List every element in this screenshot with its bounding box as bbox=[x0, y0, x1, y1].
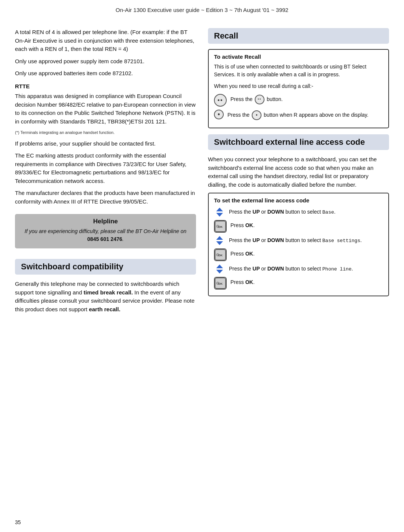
switchboard-compat-band: Switchboard compatibility bbox=[15, 259, 196, 275]
helpline-italic: If you are experiencing difficulty, plea… bbox=[25, 228, 186, 234]
switchboard-external-body: When you connect your telephone to a swi… bbox=[208, 155, 389, 189]
switchboard-compat-para: Generally this telephone may be connecte… bbox=[15, 280, 196, 314]
helpline-text: If you are experiencing difficulty, plea… bbox=[22, 227, 189, 243]
svg-marker-5 bbox=[216, 236, 223, 240]
rtte-heading: RTTE bbox=[15, 82, 196, 91]
rtte-para-1: This apparatus was designed in complianc… bbox=[15, 92, 196, 126]
recall-step1-text: Press the •• button. bbox=[230, 94, 283, 104]
ok-button-icon-2: OK bbox=[214, 248, 227, 261]
set-step-2: OK Press OK. bbox=[214, 220, 383, 233]
recall-body-1: This is of use when connected to switchb… bbox=[214, 63, 383, 79]
recall-body-2: When you need to use recall during a cal… bbox=[214, 82, 383, 90]
set-step-3: Press the UP or DOWN button to select Ba… bbox=[214, 235, 383, 246]
set-step-2-text: Press OK. bbox=[230, 220, 255, 229]
ok-button-icon-1: OK bbox=[214, 220, 227, 233]
recall-step-1: •• Press the •• button. bbox=[214, 94, 383, 107]
rtte-footnote: (*) Terminals integrating an analogue ha… bbox=[15, 129, 196, 136]
svg-marker-10 bbox=[216, 265, 223, 268]
inline-one-dot-icon: • bbox=[252, 110, 261, 120]
set-step-1-text: Press the UP or DOWN button to select Ba… bbox=[229, 207, 336, 216]
left-column: A total REN of 4 is allowed per telephon… bbox=[15, 28, 196, 317]
switchboard-external-band: Switchboard external line access code bbox=[208, 134, 389, 150]
helpline-box: Helpline If you are experiencing difficu… bbox=[15, 214, 196, 248]
intro-para-3: Only use approved batteries item code 87… bbox=[15, 69, 196, 78]
svg-text:OK: OK bbox=[218, 254, 223, 257]
set-step-6-text: Press OK. bbox=[230, 277, 255, 286]
svg-marker-0 bbox=[216, 208, 223, 211]
switchboard-compat-heading: Switchboard compatibility bbox=[21, 262, 123, 271]
set-step-1: Press the UP or DOWN button to select Ba… bbox=[214, 207, 383, 218]
helpline-end: . bbox=[122, 236, 124, 242]
intro-para-1: A total REN of 4 is allowed per telephon… bbox=[15, 28, 196, 53]
one-dot-button-icon: • bbox=[214, 110, 224, 119]
set-external-line-box: To set the external line access code Pre… bbox=[208, 193, 389, 296]
arrow-updown-icon-1 bbox=[214, 207, 225, 218]
set-step-5: Press the UP or DOWN button to select Ph… bbox=[214, 263, 383, 275]
set-step-4: OK Press OK. bbox=[214, 248, 383, 261]
set-step-5-text: Press the UP or DOWN button to select Ph… bbox=[229, 263, 353, 273]
helpline-phone: 0845 601 2476 bbox=[87, 236, 122, 242]
intro-para-2: Only use approved power supply item code… bbox=[15, 57, 196, 66]
inline-two-dot-icon: •• bbox=[255, 95, 264, 104]
recall-band: Recall bbox=[208, 28, 389, 44]
page-header: On-Air 1300 Executive user guide ~ Editi… bbox=[0, 0, 404, 17]
recall-box: To activate Recall This is of use when c… bbox=[208, 49, 389, 128]
page-number: 35 bbox=[15, 519, 21, 525]
header-title: On-Air 1300 Executive user guide ~ Editi… bbox=[116, 7, 288, 13]
two-dot-button-icon: •• bbox=[214, 94, 227, 107]
svg-marker-6 bbox=[216, 241, 223, 245]
svg-marker-11 bbox=[216, 270, 223, 273]
set-step-3-text: Press the UP or DOWN button to select Ba… bbox=[229, 235, 362, 245]
recall-step2-text: Press the • button when R appears above … bbox=[227, 110, 368, 120]
helpline-title: Helpline bbox=[22, 218, 189, 225]
set-step-6: OK Press OK. bbox=[214, 277, 383, 290]
ok-button-icon-3: OK bbox=[214, 277, 227, 290]
svg-marker-1 bbox=[216, 213, 223, 217]
arrow-updown-icon-2 bbox=[214, 235, 225, 246]
recall-heading: Recall bbox=[214, 31, 238, 40]
svg-text:OK: OK bbox=[218, 225, 223, 229]
activate-recall-title: To activate Recall bbox=[214, 53, 383, 60]
set-step-4-text: Press OK. bbox=[230, 248, 255, 258]
arrow-updown-icon-3 bbox=[214, 263, 225, 275]
switchboard-external-heading: Switchboard external line access code bbox=[214, 137, 365, 147]
recall-step-2: • Press the • button when R appears abov… bbox=[214, 110, 383, 120]
rtte-para-4: The manufacturer declares that the produ… bbox=[15, 189, 196, 206]
rtte-para-3: The EC marking attests product conformit… bbox=[15, 152, 196, 185]
rtte-para-2: If problems arise, your supplier should … bbox=[15, 140, 196, 148]
right-column: Recall To activate Recall This is of use… bbox=[208, 28, 389, 317]
set-external-line-title: To set the external line access code bbox=[214, 197, 383, 204]
svg-text:OK: OK bbox=[218, 282, 223, 285]
